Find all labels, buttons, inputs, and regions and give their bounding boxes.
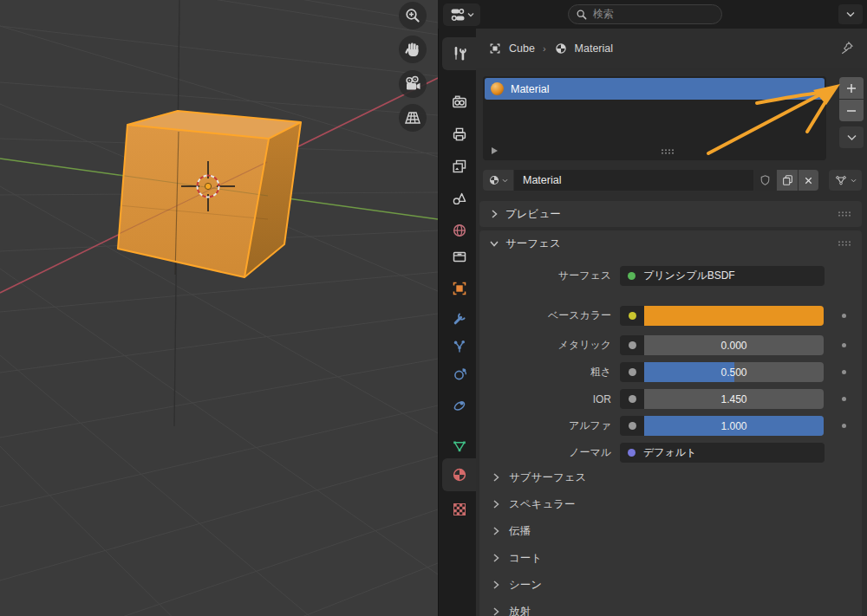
roughness-socket[interactable] (620, 362, 644, 382)
zoom-button[interactable] (399, 2, 427, 29)
copy-material-button[interactable] (777, 170, 798, 191)
slot-add-remove-group (839, 77, 864, 121)
close-icon (803, 175, 814, 186)
cube-object[interactable] (118, 111, 301, 277)
grip-icon[interactable] (838, 240, 851, 247)
object-icon (488, 42, 502, 55)
tab-output[interactable] (442, 118, 477, 151)
search-placeholder: 検索 (593, 7, 614, 22)
decorator-dot[interactable] (842, 397, 846, 401)
color-socket-icon (629, 312, 636, 320)
pin-icon[interactable] (839, 40, 855, 55)
remove-slot-button[interactable] (839, 100, 864, 121)
roughness-slider[interactable]: 0.500 (644, 362, 824, 382)
decorator-dot[interactable] (842, 370, 846, 374)
world-globe-icon (451, 222, 468, 239)
pan-button[interactable] (399, 36, 427, 63)
tab-tool[interactable] (442, 37, 477, 70)
grid-toggle-button[interactable] (399, 104, 427, 132)
ior-value: 1.450 (644, 389, 824, 409)
tab-material[interactable] (442, 458, 477, 491)
material-preview-sphere-icon (491, 82, 504, 95)
tab-collection[interactable] (442, 240, 477, 273)
editor-type-button[interactable] (443, 3, 480, 26)
material-link-dropdown[interactable] (829, 170, 862, 191)
decorator-dot[interactable] (842, 314, 846, 318)
tab-constraints[interactable] (442, 389, 477, 422)
browse-material-button[interactable] (483, 170, 513, 191)
tab-scene[interactable] (442, 182, 477, 215)
subpanel-subsurface[interactable]: サブサーフェス (479, 467, 862, 488)
properties-editor-icon (449, 6, 466, 23)
ior-slider[interactable]: 1.450 (644, 389, 824, 409)
row-label: アルファ (479, 418, 620, 433)
chevron-right-icon (492, 527, 500, 535)
chevron-right-icon (492, 473, 500, 482)
grip-icon[interactable] (661, 148, 675, 155)
normal-field[interactable]: デフォルト (620, 443, 825, 463)
subpanel-coat[interactable]: コート (479, 548, 862, 568)
alpha-socket[interactable] (620, 416, 644, 436)
unlink-material-button[interactable] (799, 170, 818, 191)
material-name-field[interactable]: Material (514, 170, 753, 191)
properties-header: 検索 (438, 0, 867, 29)
breadcrumb-material[interactable]: Material (575, 42, 613, 55)
subpanel-specular[interactable]: スペキュラー (479, 494, 862, 515)
tab-view-layer[interactable] (442, 150, 477, 183)
material-slot-label: Material (511, 83, 549, 95)
filter-expand-icon[interactable] (492, 147, 498, 154)
alpha-slider[interactable]: 1.000 (644, 416, 824, 436)
header-menu-button[interactable] (838, 4, 863, 24)
output-printer-icon (451, 126, 468, 143)
tab-render[interactable] (442, 86, 477, 119)
base-color-socket[interactable] (620, 306, 644, 326)
value-socket-icon (629, 422, 636, 430)
breadcrumb-object[interactable]: Cube (509, 42, 535, 55)
decorator-dot[interactable] (842, 343, 846, 347)
object-properties-icon (451, 280, 468, 297)
metallic-slider[interactable]: 0.000 (644, 335, 824, 355)
normal-value: デフォルト (643, 445, 696, 460)
surface-panel-header[interactable]: サーフェス (479, 230, 862, 256)
view-layer-icon (451, 158, 468, 175)
subpanel-label: コート (509, 551, 542, 566)
subpanel-emission[interactable]: 放射 (479, 601, 862, 616)
row-label: ノーマル (479, 445, 620, 460)
nodetree-icon (834, 173, 848, 187)
tab-physics[interactable] (442, 358, 477, 391)
chevron-right-icon (492, 554, 500, 562)
collection-box-icon (451, 248, 468, 265)
subpanel-sheen[interactable]: シーン (479, 574, 862, 595)
decorator-dot[interactable] (842, 424, 846, 428)
subpanel-label: 放射 (509, 605, 531, 616)
surface-shader-field[interactable]: プリンシプルBSDF (620, 266, 825, 286)
tab-texture[interactable] (442, 493, 477, 526)
material-slot-list[interactable]: Material (483, 76, 826, 160)
tab-object[interactable] (442, 272, 477, 305)
search-input[interactable]: 検索 (568, 4, 722, 24)
subpanel-transmission[interactable]: 伝播 (479, 521, 862, 541)
chevron-down-icon (490, 239, 499, 248)
preview-panel[interactable]: プレビュー (479, 201, 862, 227)
viewport-3d[interactable] (0, 0, 438, 616)
grip-icon[interactable] (838, 211, 851, 217)
metallic-socket[interactable] (620, 335, 644, 355)
render-camera-icon (451, 94, 468, 111)
chevron-down-icon (851, 178, 857, 183)
material-slot-row[interactable]: Material (485, 78, 825, 100)
particles-icon (451, 338, 468, 355)
fake-user-button[interactable] (754, 170, 776, 191)
texture-checker-icon (451, 501, 468, 518)
zoom-icon (403, 6, 422, 25)
material-sphere-icon (488, 174, 500, 186)
ior-socket[interactable] (620, 389, 644, 409)
subpanel-label: スペキュラー (509, 497, 575, 512)
add-slot-button[interactable] (839, 77, 864, 99)
row-label: 粗さ (479, 365, 620, 379)
object-data-icon (451, 438, 468, 455)
slot-specials-button[interactable] (839, 126, 864, 148)
camera-view-button[interactable] (399, 70, 427, 98)
chevron-right-icon (492, 580, 500, 589)
base-color-swatch[interactable] (644, 306, 824, 326)
add-icon (846, 83, 857, 94)
